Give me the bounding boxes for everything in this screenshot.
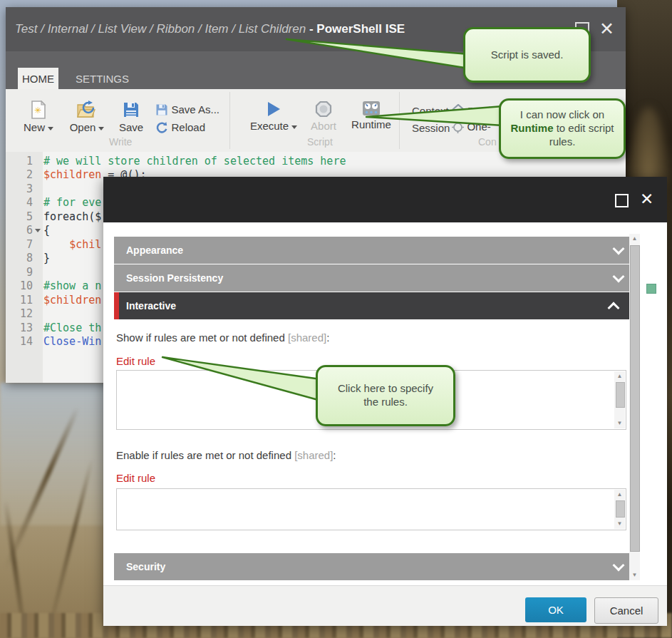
dialog-scrollbar[interactable]: ▲ ▼ bbox=[629, 234, 640, 580]
callout-runtime: I can now click on Runtime to edit scrip… bbox=[499, 98, 626, 159]
session-label: Session bbox=[412, 122, 450, 134]
textarea-scrollbar[interactable]: ▲ ▼ bbox=[614, 490, 625, 529]
toolbar-separator bbox=[399, 92, 400, 149]
callout-script-saved: Script is saved. bbox=[463, 27, 591, 83]
abort-label: Abort bbox=[311, 120, 336, 132]
session-value: One- bbox=[467, 120, 490, 133]
runtime-icon bbox=[362, 101, 381, 116]
open-label: Open bbox=[70, 121, 105, 133]
section-label: Appearance bbox=[126, 245, 183, 256]
script-group-label: Script bbox=[307, 136, 333, 148]
toolbar-separator bbox=[229, 92, 230, 149]
resize-grip bbox=[646, 284, 656, 294]
execute-label: Execute bbox=[250, 120, 297, 132]
abort-octagon-icon bbox=[315, 101, 332, 118]
svg-text:✳: ✳ bbox=[34, 106, 41, 115]
save-icon bbox=[123, 101, 140, 119]
open-folder-icon bbox=[76, 101, 98, 119]
callout-text: Click here to specifythe rules. bbox=[338, 382, 433, 409]
abort-button[interactable]: Abort bbox=[305, 101, 342, 133]
new-button[interactable]: ✳ New bbox=[19, 101, 58, 134]
scroll-up-icon[interactable]: ▲ bbox=[614, 371, 625, 381]
dialog-maximize-icon[interactable] bbox=[615, 194, 629, 207]
save-as-button[interactable]: Save As... bbox=[155, 103, 219, 116]
runtime-label: Runtime bbox=[351, 118, 391, 130]
edit-rule-link-enable[interactable]: Edit rule bbox=[116, 472, 155, 484]
runtime-button[interactable]: Runtime bbox=[349, 101, 393, 131]
reload-button[interactable]: Reload bbox=[155, 121, 205, 134]
tab-settings[interactable]: SETTINGS bbox=[68, 68, 136, 89]
context-selector[interactable]: mast bbox=[452, 103, 491, 116]
enable-rules-textarea[interactable]: ▲ ▼ bbox=[116, 488, 626, 530]
ok-button[interactable]: OK bbox=[525, 597, 586, 622]
dropdown-arrow-icon bbox=[98, 127, 104, 130]
write-group-label: Write bbox=[109, 136, 132, 148]
save-button[interactable]: Save bbox=[114, 101, 148, 134]
context-label: Context bbox=[412, 105, 449, 117]
textarea-scrollbar[interactable]: ▲ ▼ bbox=[614, 371, 625, 428]
dialog-title-bar[interactable]: ✕ bbox=[103, 177, 667, 222]
title-app-name: - PowerShell ISE bbox=[306, 22, 405, 36]
section-security[interactable]: Security bbox=[114, 553, 637, 580]
scrollbar-thumb[interactable] bbox=[616, 500, 625, 518]
section-label: Session Persistency bbox=[126, 272, 223, 284]
dropdown-arrow-icon bbox=[48, 127, 53, 130]
screenshot-stage: Test / Internal / List View / Ribbon / I… bbox=[0, 0, 672, 638]
new-label: New bbox=[24, 121, 53, 133]
save-as-icon bbox=[155, 103, 168, 116]
context-group-label: Con bbox=[478, 136, 497, 148]
title-breadcrumb: Test / Internal / List View / Ribbon / I… bbox=[15, 22, 306, 36]
target-icon bbox=[452, 121, 464, 133]
shared-tag: [shared] bbox=[288, 331, 326, 344]
dropdown-arrow-icon bbox=[291, 125, 297, 129]
scroll-up-icon[interactable]: ▲ bbox=[629, 234, 640, 244]
cancel-button[interactable]: Cancel bbox=[594, 597, 658, 624]
context-value: mast bbox=[467, 103, 491, 115]
save-label: Save bbox=[119, 121, 143, 133]
fold-marker-icon[interactable] bbox=[35, 229, 41, 232]
scroll-down-icon[interactable]: ▼ bbox=[614, 519, 625, 529]
chevron-down-icon bbox=[613, 271, 625, 283]
chevron-down-icon bbox=[613, 243, 625, 255]
session-selector[interactable]: One- bbox=[452, 120, 491, 133]
execute-play-icon bbox=[266, 101, 281, 118]
section-interactive[interactable]: Interactive bbox=[114, 292, 632, 319]
scrollbar-thumb[interactable] bbox=[616, 382, 625, 408]
callout-text: Script is saved. bbox=[491, 48, 564, 62]
enable-rules-label: Enable if rules are met or not defined [… bbox=[116, 449, 336, 461]
chevron-down-icon bbox=[613, 560, 625, 572]
save-as-label: Save As... bbox=[171, 103, 219, 115]
dialog-footer: OK Cancel bbox=[103, 585, 667, 626]
window-title: Test / Internal / List View / Ribbon / I… bbox=[15, 22, 405, 36]
scroll-down-icon[interactable]: ▼ bbox=[629, 570, 640, 580]
scroll-up-icon[interactable]: ▲ bbox=[614, 490, 625, 500]
callout-text: I can now click on Runtime to edit scrip… bbox=[509, 108, 616, 148]
chevron-up-icon bbox=[608, 302, 620, 314]
reload-icon bbox=[155, 121, 168, 134]
scrollbar-thumb[interactable] bbox=[630, 245, 640, 552]
section-label: Security bbox=[126, 561, 165, 572]
section-appearance[interactable]: Appearance bbox=[114, 237, 637, 264]
section-session-persistency[interactable]: Session Persistency bbox=[114, 264, 637, 292]
shared-tag: [shared] bbox=[294, 449, 333, 461]
show-rules-label: Show if rules are met or not defined [sh… bbox=[116, 331, 329, 344]
section-label: Interactive bbox=[126, 300, 176, 312]
home-icon bbox=[452, 104, 465, 116]
new-document-icon: ✳ bbox=[30, 101, 47, 119]
tab-home[interactable]: HOME bbox=[18, 68, 58, 89]
callout-edit-rule: Click here to specifythe rules. bbox=[316, 365, 455, 426]
scroll-down-icon[interactable]: ▼ bbox=[614, 418, 625, 428]
close-icon[interactable]: ✕ bbox=[599, 19, 614, 38]
dialog-close-icon[interactable]: ✕ bbox=[640, 190, 653, 208]
reload-label: Reload bbox=[171, 121, 205, 133]
open-button[interactable]: Open bbox=[66, 101, 108, 134]
edit-rule-link-show[interactable]: Edit rule bbox=[116, 355, 155, 367]
execute-button[interactable]: Execute bbox=[247, 101, 301, 133]
